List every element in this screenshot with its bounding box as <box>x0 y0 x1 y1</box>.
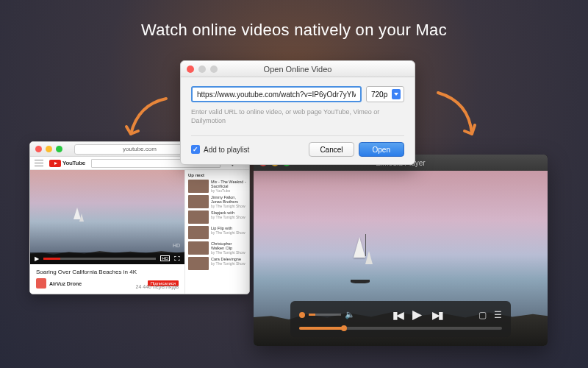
watermark: HD <box>173 243 180 248</box>
zoom-icon <box>210 66 218 73</box>
rec-channel: by YouTube <box>211 188 246 193</box>
thumbnail <box>188 257 209 270</box>
youtube-sidebar: Up next Mix - The Weeknd - Sacrificialby… <box>184 170 249 294</box>
youtube-video-player[interactable]: HD ▶ HD ⛶ <box>30 170 184 264</box>
rec-channel: by The Tonight Show <box>211 230 246 235</box>
recommendation-item[interactable]: Jimmy Fallon, Jonas Brothersby The Tonig… <box>188 195 246 208</box>
youtube-play-icon <box>49 160 61 167</box>
dialog-titlebar[interactable]: Open Online Video <box>181 61 415 77</box>
youtube-controls: ▶ HD ⛶ <box>30 252 184 264</box>
progress-fill <box>299 327 344 330</box>
traffic-lights <box>35 146 62 152</box>
rec-title: Christopher Walken Clip <box>211 241 246 250</box>
boat-hull <box>351 280 370 283</box>
youtube-logo[interactable]: YouTube <box>49 160 85 167</box>
recommendation-item[interactable]: Cara Delevingneby The Tonight Show <box>188 257 246 270</box>
close-icon[interactable] <box>35 146 42 152</box>
volume-slider[interactable] <box>309 314 341 316</box>
player-controls-overlay: 🔈 ▮◀ ▶ ▶▮ ▢ ☰ <box>290 301 511 337</box>
play-icon[interactable]: ▶ <box>412 307 422 322</box>
thumbnail <box>188 241 209 255</box>
progress-knob-icon <box>341 325 347 331</box>
channel-avatar[interactable] <box>36 278 46 289</box>
menu-icon[interactable] <box>35 159 43 168</box>
thumbnail <box>188 210 209 224</box>
open-button[interactable]: Open <box>359 142 404 157</box>
next-icon[interactable]: ▶▮ <box>432 309 442 321</box>
airplay-icon[interactable]: ▢ <box>478 310 487 320</box>
quality-value: 720p <box>371 91 387 99</box>
zoom-icon[interactable] <box>56 146 62 152</box>
up-next-label: Up next <box>188 173 246 177</box>
rec-channel: by The Tonight Show <box>211 215 246 219</box>
recommendation-item[interactable]: Christopher Walken Clipby The Tonight Sh… <box>188 241 246 255</box>
recommendation-item[interactable]: Slapjack withby The Tonight Show <box>188 210 246 224</box>
progress-bar[interactable] <box>299 327 502 330</box>
transport-controls: ▮◀ ▶ ▶▮ <box>392 307 442 322</box>
checkbox-icon <box>191 145 200 154</box>
channel-name[interactable]: AirVuz Drone <box>49 281 145 286</box>
player-video[interactable]: 🔈 ▮◀ ▶ ▶▮ ▢ ☰ <box>254 171 548 346</box>
thumbnail <box>188 195 209 208</box>
volume-control[interactable]: 🔈 <box>299 310 355 319</box>
thumbnail <box>188 180 209 193</box>
arrow-right <box>434 88 485 150</box>
recommendation-item[interactable]: Mix - The Weeknd - Sacrificialby YouTube <box>188 180 246 193</box>
rec-title: Mix - The Weeknd - Sacrificial <box>211 180 246 188</box>
elmedia-player-window: Elmedia Player 🔈 ▮◀ ▶ ▶▮ <box>254 155 548 346</box>
progress-bar[interactable] <box>43 258 156 260</box>
video-title: Soaring Over California Beaches in 4K <box>36 269 179 275</box>
previous-icon[interactable]: ▮◀ <box>392 309 402 321</box>
rec-channel: by The Tonight Show <box>211 204 246 208</box>
close-icon[interactable] <box>187 66 194 73</box>
arrow-left <box>123 94 175 149</box>
sailboat-icon <box>365 251 373 264</box>
volume-icon[interactable]: 🔈 <box>345 310 355 319</box>
traffic-lights <box>187 66 218 73</box>
sailboat-icon <box>79 213 84 222</box>
headline: Watch online videos natively on your Mac <box>0 21 588 40</box>
rec-title: Jimmy Fallon, Jonas Brothers <box>211 195 246 204</box>
play-icon[interactable]: ▶ <box>35 255 39 262</box>
open-video-dialog: Open Online Video 720p Enter valid URL t… <box>180 60 415 165</box>
url-input[interactable] <box>191 86 362 102</box>
rec-channel: by The Tonight Show <box>211 261 246 266</box>
minimize-icon <box>198 66 206 73</box>
cancel-button[interactable]: Cancel <box>309 142 354 157</box>
recommendation-item[interactable]: Lip Flip withby The Tonight Show <box>188 226 246 239</box>
thumbnail <box>188 226 209 239</box>
add-to-playlist-checkbox[interactable]: Add to playlist <box>191 145 304 154</box>
volume-knob-icon <box>299 312 305 318</box>
playlist-icon[interactable]: ☰ <box>494 310 502 320</box>
video-info: Soaring Over California Beaches in 4K Ai… <box>30 264 184 294</box>
cc-icon[interactable]: HD <box>160 255 170 261</box>
checkbox-label: Add to playlist <box>204 146 249 154</box>
fullscreen-icon[interactable]: ⛶ <box>174 255 180 262</box>
chevron-down-icon <box>392 89 401 99</box>
rec-channel: by The Tonight Show <box>211 250 246 255</box>
quality-select[interactable]: 720p <box>366 86 404 102</box>
sailboat-icon <box>354 237 365 258</box>
dialog-hint: Enter valid URL to online video, or web … <box>191 108 404 125</box>
minimize-icon[interactable] <box>46 146 52 152</box>
youtube-logo-text: YouTube <box>62 160 85 166</box>
